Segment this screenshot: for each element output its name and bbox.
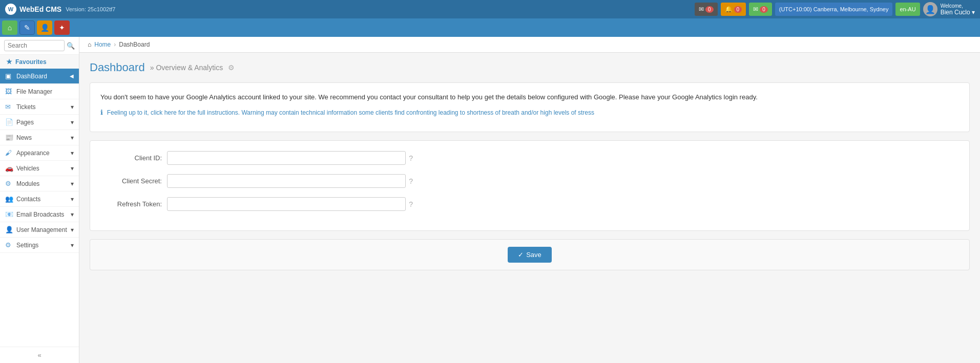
- client-id-row: Client ID: ?: [100, 151, 959, 165]
- modules-chevron: ▾: [71, 180, 74, 187]
- file-manager-icon: 🖼: [5, 88, 13, 95]
- save-checkmark-icon: ✓: [518, 251, 524, 259]
- sidebar-item-user-management[interactable]: 👤 User Management ▾: [0, 222, 79, 238]
- notice-text: You don't seem to have your Google Analy…: [100, 92, 959, 102]
- edit-icon-btn[interactable]: ✎: [19, 20, 35, 35]
- home-icon-btn[interactable]: ⌂: [2, 20, 17, 35]
- action-bar: ✓ Save: [90, 239, 970, 270]
- layout: 🔍 ★ Favourites ▣ DashBoard ◀ 🖼 File Mana…: [0, 37, 980, 363]
- pages-chevron: ▾: [71, 119, 74, 126]
- dashboard-icon: ▣: [5, 72, 13, 80]
- gear-icon[interactable]: ⚙: [228, 63, 235, 72]
- refresh-token-input[interactable]: [167, 197, 406, 211]
- sidebar-item-tickets[interactable]: ✉ Tickets ▾: [0, 99, 79, 115]
- app-name: WebEd CMS: [19, 5, 61, 13]
- user-info: 👤 Welcome, Bien Cuclo ▾: [923, 2, 975, 16]
- user-welcome: Welcome, Bien Cuclo ▾: [941, 3, 975, 16]
- page-title: Dashboard: [90, 61, 145, 74]
- refresh-token-help-icon[interactable]: ?: [409, 200, 413, 208]
- user-name[interactable]: Bien Cuclo ▾: [941, 9, 975, 16]
- client-secret-label: Client Secret:: [100, 177, 162, 185]
- main-content: ⌂ Home › DashBoard Dashboard » Overview …: [79, 37, 980, 363]
- vehicles-label: Vehicles: [16, 165, 68, 172]
- page-body: Dashboard » Overview & Analytics ⚙ You d…: [79, 53, 980, 279]
- sidebar-collapse-button[interactable]: «: [0, 347, 79, 363]
- appearance-label: Appearance: [16, 150, 68, 157]
- notification-button[interactable]: 🔔 0: [721, 3, 746, 16]
- icon-toolbar: ⌂ ✎ 👤 ✦: [0, 18, 980, 37]
- refresh-token-row: Refresh Token: ?: [100, 197, 959, 211]
- news-icon: 📰: [5, 134, 13, 141]
- users-icon-btn[interactable]: 👤: [37, 20, 52, 35]
- email-broadcasts-label: Email Broadcasts: [16, 211, 68, 218]
- breadcrumb: ⌂ Home › DashBoard: [79, 37, 980, 53]
- welcome-text: Welcome,: [941, 3, 975, 9]
- mail-badge: 0: [705, 6, 714, 13]
- news-label: News: [16, 134, 68, 141]
- sidebar-item-modules[interactable]: ⚙ Modules ▾: [0, 176, 79, 191]
- topbar-left: W WebEd CMS Version: 25c1002tf7: [5, 4, 115, 15]
- appearance-chevron: ▾: [71, 150, 74, 157]
- search-icon[interactable]: 🔍: [67, 42, 75, 50]
- avatar: 👤: [923, 2, 937, 16]
- notif-badge: 0: [734, 6, 742, 13]
- user-management-icon: 👤: [5, 226, 13, 233]
- settings-icon: ⚙: [5, 241, 13, 249]
- client-id-help-icon[interactable]: ?: [409, 154, 413, 162]
- client-secret-help-icon[interactable]: ?: [409, 177, 413, 185]
- vehicles-icon: 🚗: [5, 164, 13, 172]
- file-manager-label: File Manager: [16, 88, 74, 95]
- sidebar-item-dashboard[interactable]: ▣ DashBoard ◀: [0, 69, 79, 84]
- subtitle-text: Overview & Analytics: [156, 63, 223, 72]
- breadcrumb-separator: ›: [114, 41, 116, 48]
- breadcrumb-current: DashBoard: [119, 41, 150, 48]
- page-header: Dashboard » Overview & Analytics ⚙: [90, 61, 970, 74]
- mail2-button[interactable]: ✉ 0: [749, 3, 772, 16]
- sidebar-item-file-manager[interactable]: 🖼 File Manager: [0, 84, 79, 99]
- logo-circle: W: [5, 4, 16, 15]
- save-label: Save: [526, 251, 541, 259]
- share-icon-btn[interactable]: ✦: [54, 20, 70, 35]
- refresh-token-input-wrap: ?: [167, 197, 413, 211]
- save-button[interactable]: ✓ Save: [508, 247, 552, 263]
- topbar-logo: W WebEd CMS: [5, 4, 61, 15]
- pages-icon: 📄: [5, 118, 13, 126]
- analytics-form: Client ID: ? Client Secret: ? Refresh To…: [90, 140, 970, 231]
- sidebar-item-contacts[interactable]: 👥 Contacts ▾: [0, 191, 79, 207]
- sidebar-item-settings[interactable]: ⚙ Settings ▾: [0, 238, 79, 253]
- sidebar-item-pages[interactable]: 📄 Pages ▾: [0, 115, 79, 130]
- breadcrumb-home[interactable]: Home: [94, 41, 111, 48]
- notice-link[interactable]: Feeling up to it, click here for the ful…: [107, 109, 594, 116]
- client-secret-input[interactable]: [167, 174, 406, 188]
- topbar-right: ✉ 0 🔔 0 ✉ 0 (UTC+10:00) Canberra, Melbou…: [695, 2, 975, 16]
- sidebar-item-news[interactable]: 📰 News ▾: [0, 130, 79, 145]
- news-chevron: ▾: [71, 134, 74, 141]
- sidebar-item-vehicles[interactable]: 🚗 Vehicles ▾: [0, 161, 79, 176]
- modules-label: Modules: [16, 180, 68, 187]
- sidebar-search-area: 🔍: [0, 37, 79, 55]
- topbar: W WebEd CMS Version: 25c1002tf7 ✉ 0 🔔 0 …: [0, 0, 980, 18]
- mail-button[interactable]: ✉ 0: [695, 3, 718, 16]
- sidebar: 🔍 ★ Favourites ▣ DashBoard ◀ 🖼 File Mana…: [0, 37, 79, 363]
- client-id-input[interactable]: [167, 151, 406, 165]
- contacts-label: Contacts: [16, 196, 68, 203]
- user-management-chevron: ▾: [71, 226, 74, 233]
- refresh-token-label: Refresh Token:: [100, 200, 162, 208]
- settings-chevron: ▾: [71, 242, 74, 249]
- client-id-label: Client ID:: [100, 154, 162, 162]
- client-id-input-wrap: ?: [167, 151, 413, 165]
- collapse-icon: «: [37, 351, 41, 359]
- search-input[interactable]: [4, 40, 65, 51]
- info-icon: ℹ: [100, 109, 103, 116]
- sidebar-favourites[interactable]: ★ Favourites: [0, 55, 79, 69]
- settings-label: Settings: [16, 242, 68, 249]
- modules-icon: ⚙: [5, 180, 13, 187]
- sidebar-item-appearance[interactable]: 🖌 Appearance ▾: [0, 145, 79, 161]
- sidebar-item-email-broadcasts[interactable]: 📧 Email Broadcasts ▾: [0, 207, 79, 222]
- dashboard-arrow: ◀: [70, 73, 74, 79]
- dashboard-label: DashBoard: [16, 73, 67, 80]
- tickets-chevron: ▾: [71, 103, 74, 111]
- contacts-icon: 👥: [5, 195, 13, 203]
- app-version: Version: 25c1002tf7: [66, 6, 115, 12]
- appearance-icon: 🖌: [5, 149, 13, 157]
